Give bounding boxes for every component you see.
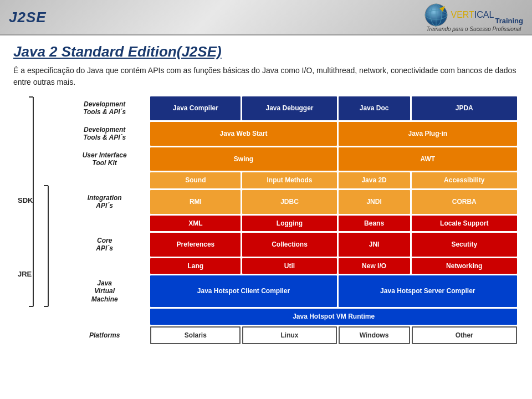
table-row: CoreAPI´s Preferences Collections JNI Se… — [60, 233, 517, 257]
cell-sound: Sound — [150, 172, 241, 188]
header: J2SE VERTICAL Training — [0, 0, 532, 35]
logo-area: VERTICAL Training Treinando para o Suces… — [424, 3, 523, 32]
cell-corba: CORBA — [412, 190, 517, 214]
cell-jni: JNI — [339, 233, 410, 257]
cell-awt: AWT — [339, 147, 517, 171]
cell-windows: Windows — [339, 326, 410, 344]
cell-jdbc: JDBC — [242, 190, 336, 214]
cell-locale-support: Locale Support — [412, 216, 517, 231]
cell-linux: Linux — [242, 326, 336, 344]
row-label — [60, 258, 149, 274]
cell-new-io: New I/O — [339, 258, 410, 274]
diagram-container: SDK JRE DevelopmentTools & API´s Java Co… — [13, 95, 519, 355]
cell-java-plugin: Java Plug-in — [339, 122, 517, 146]
row-label: IntegrationAPI´s — [60, 190, 149, 214]
table-row: IntegrationAPI´s RMI JDBC JNDI CORBA — [60, 190, 517, 214]
cell-beans: Beans — [339, 216, 410, 231]
row-label — [60, 172, 149, 188]
row-label-platforms: Platforms — [60, 326, 149, 344]
page-title: Java 2 Standard Edition(J2SE) — [13, 43, 519, 60]
cell-swing: Swing — [150, 147, 336, 171]
row-label: User InterfaceTool Kit — [60, 147, 149, 171]
cell-accessibility: Accessibility — [412, 172, 517, 188]
page-description: É a especificação do Java que contém API… — [13, 65, 519, 88]
table-row: Sound Input Methods Java 2D Accessibilit… — [60, 172, 517, 188]
header-title: J2SE — [9, 9, 47, 26]
left-label-area: SDK JRE — [13, 95, 58, 355]
cell-lang: Lang — [150, 258, 241, 274]
cell-other: Other — [412, 326, 517, 344]
cell-solaris: Solaris — [150, 326, 241, 344]
cell-input-methods: Input Methods — [242, 172, 336, 188]
main-content: Java 2 Standard Edition(J2SE) É a especi… — [0, 35, 532, 361]
row-label: DevelopmentTools & API´s — [60, 122, 149, 146]
table-row: Java Hotspot VM Runtime — [60, 309, 517, 324]
logo-vert: VERT — [451, 10, 474, 20]
row-label: JavaVirtualMachine — [60, 275, 149, 307]
table-row: JavaVirtualMachine Java Hotspot Client C… — [60, 275, 517, 307]
svg-text:JRE: JRE — [18, 270, 32, 278]
table-row: User InterfaceTool Kit Swing AWT — [60, 147, 517, 171]
svg-text:SDK: SDK — [18, 196, 33, 204]
table-row: XML Logging Beans Locale Support — [60, 216, 517, 231]
diagram-table: DevelopmentTools & API´s Java Compiler J… — [59, 95, 519, 346]
cell-preferences: Preferences — [150, 233, 241, 257]
cell-security: Secutity — [412, 233, 517, 257]
logo-globe-icon — [424, 3, 448, 27]
row-label — [60, 309, 149, 324]
cell-java-debugger: Java Debugger — [242, 96, 336, 120]
cell-jndi: JNDI — [339, 190, 410, 214]
cell-hotspot-server: Java Hotspot Server Compiler — [339, 275, 517, 307]
cell-logging: Logging — [242, 216, 336, 231]
table-row: DevelopmentTools & API´s Java Compiler J… — [60, 96, 517, 120]
cell-xml: XML — [150, 216, 241, 231]
cell-networking: Networking — [412, 258, 517, 274]
cell-java-web-start: Java Web Start — [150, 122, 336, 146]
bracket-svg: SDK JRE — [13, 95, 58, 355]
cell-collections: Collections — [242, 233, 336, 257]
table-row: Lang Util New I/O Networking — [60, 258, 517, 274]
cell-rmi: RMI — [150, 190, 241, 214]
logo-training: Training — [495, 17, 523, 25]
cell-hotspot-runtime: Java Hotspot VM Runtime — [150, 309, 517, 324]
logo-tagline: Treinando para o Sucesso Profissional — [426, 26, 521, 32]
cell-java-compiler: Java Compiler — [150, 96, 241, 120]
cell-util: Util — [242, 258, 336, 274]
cell-java-2d: Java 2D — [339, 172, 410, 188]
cell-hotspot-client: Java Hotspot Client Compiler — [150, 275, 336, 307]
table-row: Platforms Solaris Linux Windows Other — [60, 326, 517, 344]
table-row: DevelopmentTools & API´s Java Web Start … — [60, 122, 517, 146]
cell-java-doc: Java Doc — [339, 96, 410, 120]
logo-ical: ICAL — [474, 10, 494, 20]
row-label — [60, 216, 149, 231]
cell-jpda: JPDA — [412, 96, 517, 120]
row-label: DevelopmentTools & API´s — [60, 96, 149, 120]
row-label: CoreAPI´s — [60, 233, 149, 257]
